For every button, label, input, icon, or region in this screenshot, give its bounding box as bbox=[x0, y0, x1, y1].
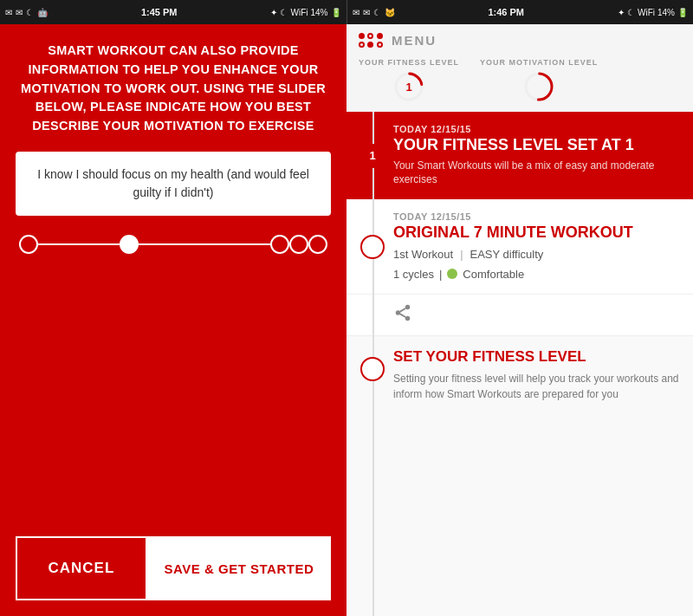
mail2-icon: ✉ bbox=[353, 8, 359, 17]
motivation-level-label: YOUR MOTIVATION LEVEL bbox=[480, 58, 598, 67]
slider-track[interactable] bbox=[38, 243, 270, 245]
cycles-row: 1 cycles | Comfortable bbox=[393, 268, 681, 281]
motivation-gauge-svg bbox=[522, 70, 555, 103]
workout-difficulty: EASY difficulty bbox=[470, 248, 544, 261]
fitness-level-label: YOUR FITNESS LEVEL bbox=[359, 58, 459, 67]
slider-end-circle bbox=[308, 235, 327, 254]
svg-point-4 bbox=[405, 305, 411, 310]
fitness-set-subtitle: Your Smart Workouts will be a mix of eas… bbox=[393, 159, 681, 188]
bluetooth-icon: ✦ bbox=[270, 8, 277, 17]
cycles-divider: | bbox=[439, 268, 442, 281]
dot4 bbox=[359, 42, 365, 48]
cat-icon: 🐱 bbox=[385, 8, 395, 17]
cancel-button[interactable]: CANCEL bbox=[16, 536, 147, 600]
dot5 bbox=[367, 42, 373, 48]
slider-mid-circle2 bbox=[289, 235, 308, 254]
left-status-icons-right: ✉ ✉ ☾ 🐱 bbox=[353, 8, 395, 17]
workout-title: ORIGINAL 7 MINUTE WORKOUT bbox=[393, 224, 681, 243]
motivation-level-block: YOUR MOTIVATION LEVEL bbox=[480, 58, 598, 103]
battery-icon-left: 🔋 bbox=[331, 8, 341, 17]
android-icon: 🤖 bbox=[37, 8, 48, 17]
set-fitness-text: Setting your fitness level will help you… bbox=[393, 371, 681, 402]
set-fitness-content: SET YOUR FITNESS LEVEL Setting your fitn… bbox=[393, 348, 681, 604]
timeline-circle-2 bbox=[360, 235, 385, 259]
dot6 bbox=[377, 42, 383, 48]
timeline: 1 TODAY 12/15/15 YOUR FITNESS LEVEL SET … bbox=[346, 112, 693, 616]
wifi-icon: WiFi bbox=[290, 8, 308, 17]
comfortable-dot bbox=[447, 269, 457, 279]
motivation-gauge bbox=[522, 70, 555, 103]
right-status-icons-right: ✦ ☾ WiFi 14% 🔋 bbox=[618, 8, 688, 17]
svg-line-8 bbox=[400, 308, 405, 312]
dot1 bbox=[359, 33, 365, 39]
difficulty-divider: | bbox=[460, 248, 463, 261]
svg-point-5 bbox=[396, 310, 401, 315]
svg-line-7 bbox=[400, 314, 405, 318]
fitness-level-block: YOUR FITNESS LEVEL 1 bbox=[359, 58, 459, 103]
workout-details: 1st Workout | EASY difficulty bbox=[393, 248, 681, 261]
share-icon[interactable] bbox=[393, 303, 412, 327]
motivation-box-text: I know I should focus on my health (and … bbox=[37, 167, 309, 199]
battery-icon-right: 🔋 bbox=[677, 8, 688, 17]
main-content: SMART WORKOUT CAN ALSO PROVIDE INFORMATI… bbox=[0, 24, 693, 616]
share-section[interactable] bbox=[346, 295, 693, 336]
battery-percent-right: 14% bbox=[657, 8, 675, 17]
battery-percent-left: 14% bbox=[310, 8, 327, 17]
fitness-motivation-row: YOUR FITNESS LEVEL 1 YOUR MOTIVATION LEV… bbox=[346, 55, 693, 112]
mail-icon: ✉ bbox=[5, 8, 12, 17]
motivation-box: I know I should focus on my health (and … bbox=[16, 152, 331, 216]
status-bars: ✉ ✉ ☾ 🤖 1:45 PM ✦ ☾ WiFi 14% 🔋 ✉ ✉ ☾ 🐱 1… bbox=[0, 0, 693, 24]
set-fitness-title: SET YOUR FITNESS LEVEL bbox=[393, 348, 681, 366]
moon4-icon: ☾ bbox=[627, 8, 635, 17]
timeline-circle-1: 1 bbox=[360, 144, 385, 168]
time-left: 1:45 PM bbox=[141, 7, 178, 17]
comfort-label: Comfortable bbox=[463, 268, 524, 281]
sms-icon: ✉ bbox=[16, 8, 23, 17]
fitness-gauge: 1 bbox=[392, 70, 425, 103]
svg-point-6 bbox=[405, 316, 411, 321]
menu-header: MENU bbox=[346, 24, 693, 55]
workout-order: 1st Workout bbox=[393, 248, 453, 261]
fitness-set-content: TODAY 12/15/15 YOUR FITNESS LEVEL SET AT… bbox=[393, 124, 681, 187]
fitness-date: TODAY 12/15/15 bbox=[393, 124, 681, 134]
time-right: 1:46 PM bbox=[488, 7, 524, 17]
dot3 bbox=[377, 33, 383, 39]
bluetooth2-icon: ✦ bbox=[618, 8, 625, 17]
set-fitness-section: SET YOUR FITNESS LEVEL Setting your fitn… bbox=[346, 336, 693, 616]
slider-thumb[interactable] bbox=[120, 235, 139, 254]
fitness-value: 1 bbox=[405, 81, 411, 94]
menu-dots-icon bbox=[359, 33, 383, 48]
menu-title: MENU bbox=[392, 33, 437, 48]
status-bar-left: ✉ ✉ ☾ 🤖 1:45 PM ✦ ☾ WiFi 14% 🔋 bbox=[0, 0, 346, 24]
fitness-set-title: YOUR FITNESS LEVEL SET AT 1 bbox=[393, 136, 681, 155]
wifi2-icon: WiFi bbox=[638, 8, 655, 17]
workout-content: TODAY 12/15/15 ORIGINAL 7 MINUTE WORKOUT… bbox=[393, 211, 681, 282]
slider-mid-circle1 bbox=[270, 235, 289, 254]
right-status-icons-left: ✦ ☾ WiFi 14% 🔋 bbox=[270, 8, 340, 17]
motivation-description: SMART WORKOUT CAN ALSO PROVIDE INFORMATI… bbox=[16, 42, 331, 136]
motivation-slider-container bbox=[16, 235, 331, 254]
action-buttons: CANCEL SAVE & GET STARTED bbox=[16, 536, 331, 600]
cycles-count: 1 cycles bbox=[393, 268, 434, 281]
sms2-icon: ✉ bbox=[363, 8, 370, 17]
dot2 bbox=[367, 33, 373, 39]
left-panel: SMART WORKOUT CAN ALSO PROVIDE INFORMATI… bbox=[0, 24, 346, 616]
left-status-icons: ✉ ✉ ☾ 🤖 bbox=[5, 8, 48, 17]
moon2-icon: ☾ bbox=[280, 8, 288, 17]
timeline-workout-section: TODAY 12/15/15 ORIGINAL 7 MINUTE WORKOUT… bbox=[346, 199, 693, 295]
status-bar-right: ✉ ✉ ☾ 🐱 1:46 PM ✦ ☾ WiFi 14% 🔋 bbox=[347, 0, 694, 24]
moon3-icon: ☾ bbox=[373, 8, 381, 17]
timeline-fitness-section: 1 TODAY 12/15/15 YOUR FITNESS LEVEL SET … bbox=[346, 112, 693, 199]
workout-date: TODAY 12/15/15 bbox=[393, 211, 681, 222]
save-button[interactable]: SAVE & GET STARTED bbox=[147, 536, 331, 600]
slider-start-circle bbox=[19, 235, 38, 254]
timeline-circle-3 bbox=[360, 357, 385, 381]
right-panel: MENU YOUR FITNESS LEVEL 1 YOUR MOTIVATIO… bbox=[346, 24, 693, 616]
moon-icon: ☾ bbox=[26, 8, 34, 17]
